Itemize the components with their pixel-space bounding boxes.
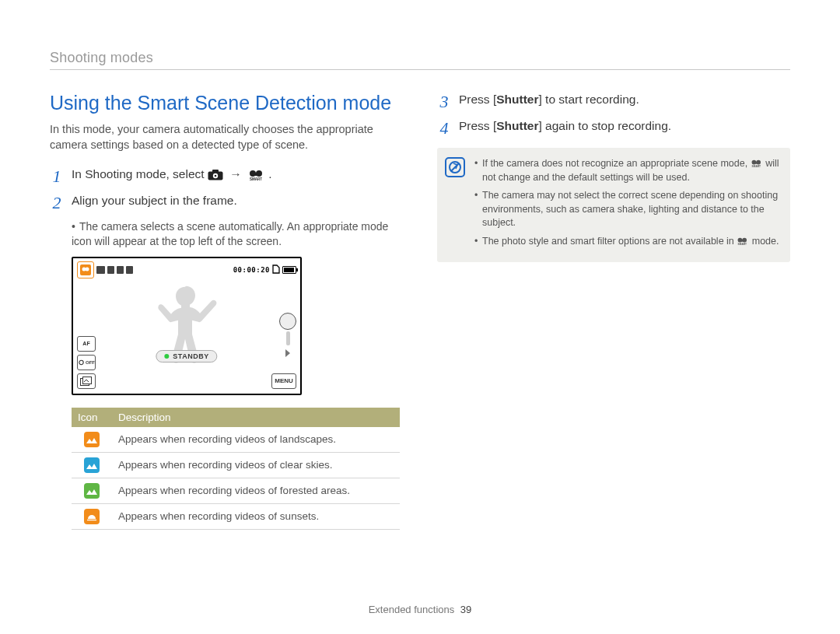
svg-rect-1 — [212, 170, 219, 173]
record-indicator-icon — [164, 354, 169, 359]
smart-mode-icon — [77, 261, 94, 278]
table-row: Appears when recording videos of clear s… — [72, 452, 400, 478]
af-button: AF — [77, 336, 96, 352]
preview-left-buttons: AF OFF — [77, 336, 96, 389]
svg-rect-6 — [250, 173, 261, 176]
right-column: 3 Press [Shutter] to start recording. 4 … — [437, 92, 790, 530]
status-icon — [107, 266, 114, 274]
section-header: Shooting modes — [50, 50, 790, 70]
table-row: Appears when recording videos of sunsets… — [72, 503, 400, 529]
page-title: Using the Smart Scene Detection mode — [50, 92, 403, 114]
note-item: The photo style and smart filter options… — [474, 235, 779, 249]
standby-badge: STANDBY — [156, 350, 217, 363]
th-icon: Icon — [72, 408, 112, 427]
arrow: → — [229, 167, 242, 180]
camera-preview: 00:00:20 STANDBY AF OFF — [72, 257, 302, 395]
smart-video-icon: SMART — [248, 170, 265, 180]
intro-text: In this mode, your camera automatically … — [50, 122, 403, 152]
forest-icon — [84, 483, 100, 499]
page-footer: Extended functions 39 — [0, 604, 840, 615]
row-desc: Appears when recording videos of clear s… — [112, 452, 400, 478]
step-2: 2 Align your subject in the frame. — [50, 193, 403, 212]
svg-text:SMART: SMART — [751, 165, 760, 167]
note-box: If the camera does not recognize an appr… — [437, 148, 790, 262]
table-row: Appears when recording videos of landsca… — [72, 427, 400, 453]
dial-icon — [279, 313, 296, 330]
note-icon — [445, 157, 465, 177]
play-icon — [285, 349, 290, 357]
svg-text:SMART: SMART — [738, 242, 747, 244]
note-item: If the camera does not recognize an appr… — [474, 157, 779, 184]
sunset-icon — [84, 509, 100, 524]
smart-video-icon: SMART — [737, 237, 749, 245]
page-number: 39 — [460, 604, 471, 615]
th-desc: Description — [112, 408, 400, 427]
status-icon — [96, 266, 105, 274]
step-number: 2 — [50, 193, 64, 212]
standby-label: STANDBY — [173, 352, 208, 360]
step-number: 3 — [437, 92, 451, 110]
svg-point-3 — [215, 175, 217, 177]
smart-video-icon: SMART — [751, 159, 763, 167]
camera-mode-icon — [208, 170, 223, 180]
step-number: 4 — [437, 118, 451, 137]
step-2-sub: •The camera selects a scene automaticall… — [72, 219, 403, 249]
step-1-prefix: In Shooting mode, select — [72, 167, 208, 180]
landscape-icon — [84, 432, 100, 447]
step-2-sub-text: The camera selects a scene automatically… — [72, 220, 388, 247]
step-1: 1 In Shooting mode, select → SMART . — [50, 166, 403, 185]
row-desc: Appears when recording videos of foreste… — [112, 478, 400, 503]
note-item: The camera may not select the correct sc… — [474, 189, 779, 230]
battery-icon — [282, 266, 296, 274]
step-1-body: In Shooting mode, select → SMART . — [72, 166, 272, 183]
slider-icon — [286, 331, 290, 345]
status-icon — [117, 266, 124, 274]
step-2-body: Align your subject in the frame. — [72, 193, 237, 209]
row-desc: Appears when recording videos of sunsets… — [112, 503, 400, 529]
svg-point-10 — [79, 360, 83, 364]
step-3-body: Press [Shutter] to start recording. — [459, 92, 639, 108]
footer-label: Extended functions — [369, 604, 455, 615]
status-icon — [126, 266, 133, 274]
timecode: 00:00:20 — [233, 266, 270, 274]
menu-button: MENU — [271, 373, 296, 389]
step-number: 1 — [50, 166, 64, 185]
svg-point-9 — [86, 267, 89, 271]
svg-rect-22 — [739, 239, 747, 241]
gallery-button — [77, 373, 96, 389]
step-4: 4 Press [Shutter] again to stop recordin… — [437, 118, 790, 137]
preview-right-controls — [279, 313, 296, 359]
off-button: OFF — [77, 355, 96, 370]
svg-rect-18 — [752, 162, 760, 164]
sd-card-icon — [272, 264, 280, 275]
svg-text:SMART: SMART — [250, 177, 262, 181]
scene-icon-table: Icon Description Appears when recording … — [72, 408, 400, 530]
step-1-suffix: . — [268, 167, 271, 180]
row-desc: Appears when recording videos of landsca… — [112, 427, 400, 453]
table-row: Appears when recording videos of foreste… — [72, 478, 400, 503]
left-column: Using the Smart Scene Detection mode In … — [50, 92, 403, 530]
step-4-body: Press [Shutter] again to stop recording. — [459, 118, 671, 135]
sky-icon — [84, 457, 100, 473]
step-3: 3 Press [Shutter] to start recording. — [437, 92, 790, 110]
